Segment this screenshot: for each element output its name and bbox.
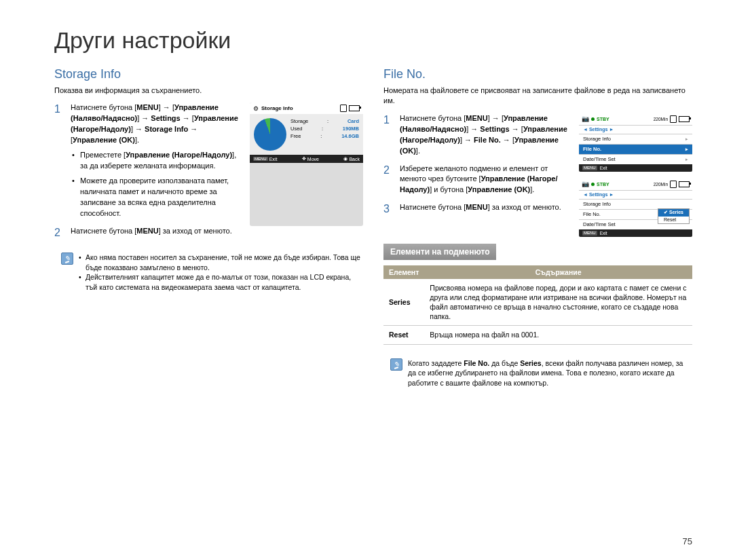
card-icon: [340, 105, 347, 112]
note-icon: ✎: [390, 358, 402, 371]
right-step-3: 3 Натиснете бутона [MENU] за изход от ме…: [383, 202, 571, 215]
left-column: Storage Info Показва ви информация за съ…: [54, 67, 363, 388]
lcd-file-no-top: 📷STBY 220Min ◄ Settings ► Storage Info▸ …: [579, 113, 692, 172]
gear-icon: ⚙: [253, 105, 259, 112]
camera-icon: 📷: [582, 115, 589, 122]
battery-icon: [679, 116, 690, 122]
submenu-popup: ✔ Series Reset: [658, 208, 690, 224]
submenu-table: Елемент Съдържание Series Присвоява номе…: [383, 265, 692, 345]
right-step-2: 2 Изберете желаното подменю и елемент от…: [383, 164, 571, 196]
camera-icon: 📷: [582, 181, 589, 187]
submenu-bar: Елементи на подменюто: [383, 244, 496, 260]
lcd-title: Storage Info: [261, 105, 293, 111]
page-number: 75: [683, 536, 692, 546]
right-note: ✎ Когато зададете File No. да бъде Serie…: [383, 358, 692, 388]
left-heading: Storage Info: [54, 67, 363, 81]
pie-chart-icon: [254, 118, 286, 151]
battery-icon: [349, 105, 360, 111]
right-note-text: Когато зададете File No. да бъде Series,…: [408, 358, 692, 388]
right-column: File No. Номерата на файловете се присво…: [383, 67, 692, 388]
left-note: ✎ Ако няма поставен носител за съхранени…: [54, 253, 363, 293]
battery-icon: [679, 181, 690, 187]
lcd-file-no-bottom: 📷STBY 220Min ◄ Settings ► Storage Info F…: [579, 179, 692, 237]
table-row: Series Присвоява номера на файлове поред…: [383, 279, 692, 326]
rec-dot-icon: [591, 183, 595, 186]
left-intro: Показва ви информация за съхранението.: [54, 86, 363, 96]
right-intro: Номерата на файловете се присвояват на з…: [383, 86, 692, 107]
lcd-storage-info: ⚙ Storage Info Storage:Card Used:190MB: [250, 102, 363, 225]
card-icon: [670, 115, 677, 123]
th-element: Елемент: [383, 265, 424, 279]
left-sub-2: Можете да проверите използваната памет, …: [71, 176, 242, 219]
left-note-1: Ако няма поставен носител за съхранение,…: [79, 253, 363, 272]
right-heading: File No.: [383, 67, 692, 81]
table-row: Reset Връща номера на файл на 0001.: [383, 326, 692, 344]
left-step-1: 1 Натиснете бутона [MENU] → [Управление …: [54, 102, 242, 219]
card-icon: [670, 181, 677, 188]
note-icon: ✎: [61, 253, 73, 265]
th-content: Съдържание: [424, 265, 692, 279]
right-step-1: 1 Натиснете бутона [MENU] → [Управление …: [383, 113, 571, 157]
left-step-2: 2 Натиснете бутона [MENU] за изход от ме…: [54, 226, 363, 239]
page-title: Други настройки: [54, 27, 692, 54]
rec-dot-icon: [591, 117, 595, 121]
left-note-2: Действителният капацитет може да е по-ма…: [79, 272, 363, 292]
left-sub-1: Преместете [Управление (Нагоре/Надолу)],…: [71, 150, 242, 172]
